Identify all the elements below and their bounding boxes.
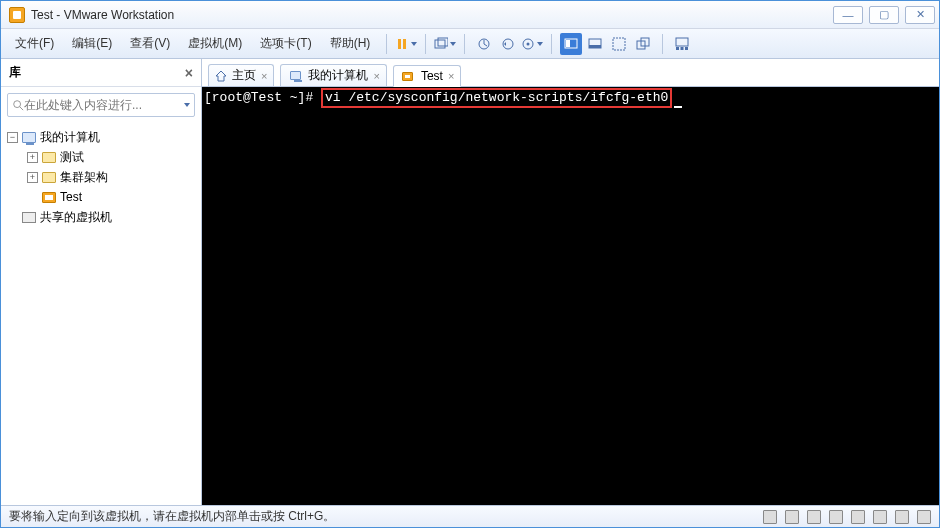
expand-icon[interactable]: + bbox=[27, 172, 38, 183]
tab-close-icon[interactable]: × bbox=[373, 70, 379, 82]
menu-vm[interactable]: 虚拟机(M) bbox=[180, 32, 250, 55]
tree-label: 共享的虚拟机 bbox=[40, 209, 112, 226]
home-icon bbox=[215, 70, 227, 82]
menubar: 文件(F) 编辑(E) 查看(V) 虚拟机(M) 选项卡(T) 帮助(H) bbox=[1, 29, 939, 59]
tool-view-single[interactable] bbox=[584, 33, 606, 55]
vm-icon bbox=[42, 192, 56, 203]
status-display-icon[interactable] bbox=[917, 510, 931, 524]
svg-rect-16 bbox=[676, 47, 679, 50]
menu-tabs[interactable]: 选项卡(T) bbox=[252, 32, 319, 55]
tree-label: 集群架构 bbox=[60, 169, 108, 186]
terminal-command: vi /etc/sysconfig/network-scripts/ifcfg-… bbox=[325, 90, 668, 105]
maximize-button[interactable]: ▢ bbox=[869, 6, 899, 24]
tree-shared-vms[interactable]: 共享的虚拟机 bbox=[3, 207, 199, 227]
sidebar: 库 × − 我的计算机 + 测试 + 集群架构 bbox=[1, 59, 202, 505]
menu-help[interactable]: 帮助(H) bbox=[322, 32, 379, 55]
tab-mycomputer[interactable]: 我的计算机 × bbox=[280, 64, 386, 86]
status-usb-icon[interactable] bbox=[851, 510, 865, 524]
svg-rect-17 bbox=[681, 47, 684, 50]
search-box[interactable] bbox=[7, 93, 195, 117]
status-disk-icon[interactable] bbox=[763, 510, 777, 524]
shared-icon bbox=[22, 212, 36, 223]
computer-icon bbox=[22, 132, 36, 143]
sidebar-header: 库 × bbox=[1, 59, 201, 87]
tab-close-icon[interactable]: × bbox=[448, 70, 454, 82]
svg-point-7 bbox=[527, 42, 530, 45]
status-network-icon[interactable] bbox=[829, 510, 843, 524]
content-area: 主页 × 我的计算机 × Test × [root@Test ~]# vi /e… bbox=[202, 59, 939, 505]
computer-icon bbox=[290, 71, 301, 80]
folder-icon bbox=[42, 152, 56, 163]
tool-revert[interactable] bbox=[497, 33, 519, 55]
minimize-button[interactable]: — bbox=[833, 6, 863, 24]
svg-rect-15 bbox=[676, 38, 688, 46]
tree-mycomputer[interactable]: − 我的计算机 bbox=[3, 127, 199, 147]
tab-label: Test bbox=[421, 69, 443, 83]
status-text: 要将输入定向到该虚拟机，请在虚拟机内部单击或按 Ctrl+G。 bbox=[9, 508, 335, 525]
titlebar: Test - VMware Workstation — ▢ ✕ bbox=[1, 1, 939, 29]
separator bbox=[425, 34, 426, 54]
command-highlight: vi /etc/sysconfig/network-scripts/ifcfg-… bbox=[321, 88, 672, 108]
sidebar-title: 库 bbox=[9, 64, 185, 81]
menu-view[interactable]: 查看(V) bbox=[122, 32, 178, 55]
status-floppy-icon[interactable] bbox=[807, 510, 821, 524]
separator bbox=[464, 34, 465, 54]
status-sound-icon[interactable] bbox=[873, 510, 887, 524]
expand-icon[interactable]: − bbox=[7, 132, 18, 143]
menu-edit[interactable]: 编辑(E) bbox=[64, 32, 120, 55]
tab-close-icon[interactable]: × bbox=[261, 70, 267, 82]
svg-point-19 bbox=[14, 101, 21, 108]
close-button[interactable]: ✕ bbox=[905, 6, 935, 24]
tool-send-keys[interactable] bbox=[434, 33, 456, 55]
status-printer-icon[interactable] bbox=[895, 510, 909, 524]
tool-fullscreen[interactable] bbox=[608, 33, 630, 55]
svg-line-20 bbox=[20, 107, 23, 110]
pause-button[interactable] bbox=[395, 33, 417, 55]
separator bbox=[551, 34, 552, 54]
vm-icon bbox=[402, 72, 413, 81]
tab-home[interactable]: 主页 × bbox=[208, 64, 274, 86]
menu-file[interactable]: 文件(F) bbox=[7, 32, 62, 55]
tree-folder-cluster[interactable]: + 集群架构 bbox=[3, 167, 199, 187]
library-tree: − 我的计算机 + 测试 + 集群架构 Test bbox=[1, 123, 201, 505]
tree-label: Test bbox=[60, 190, 82, 204]
sidebar-close-button[interactable]: × bbox=[185, 65, 193, 81]
tool-unity[interactable] bbox=[632, 33, 654, 55]
tool-thumbnails[interactable] bbox=[671, 33, 693, 55]
separator bbox=[386, 34, 387, 54]
search-dropdown-icon[interactable] bbox=[184, 103, 190, 107]
tool-view-console[interactable] bbox=[560, 33, 582, 55]
svg-rect-0 bbox=[398, 39, 401, 49]
tab-test[interactable]: Test × bbox=[393, 65, 461, 87]
svg-rect-1 bbox=[403, 39, 406, 49]
svg-rect-12 bbox=[613, 38, 625, 50]
app-icon bbox=[9, 7, 25, 23]
svg-rect-3 bbox=[438, 38, 448, 46]
tool-snapshot[interactable] bbox=[473, 33, 495, 55]
search-icon bbox=[12, 99, 24, 111]
tree-folder-test[interactable]: + 测试 bbox=[3, 147, 199, 167]
window-title: Test - VMware Workstation bbox=[31, 8, 833, 22]
cursor-icon bbox=[674, 106, 682, 108]
tab-label: 我的计算机 bbox=[308, 67, 368, 84]
tabs-row: 主页 × 我的计算机 × Test × bbox=[202, 59, 939, 87]
terminal[interactable]: [root@Test ~]# vi /etc/sysconfig/network… bbox=[202, 87, 939, 505]
search-input[interactable] bbox=[24, 98, 182, 112]
svg-rect-2 bbox=[435, 40, 445, 48]
tab-label: 主页 bbox=[232, 67, 256, 84]
folder-icon bbox=[42, 172, 56, 183]
svg-rect-9 bbox=[566, 40, 570, 47]
expand-icon[interactable]: + bbox=[27, 152, 38, 163]
svg-rect-18 bbox=[685, 47, 688, 50]
separator bbox=[662, 34, 663, 54]
tree-label: 测试 bbox=[60, 149, 84, 166]
tool-snapshot-manager[interactable] bbox=[521, 33, 543, 55]
tree-label: 我的计算机 bbox=[40, 129, 100, 146]
terminal-prompt: [root@Test ~]# bbox=[204, 90, 321, 105]
svg-rect-11 bbox=[589, 45, 601, 48]
statusbar: 要将输入定向到该虚拟机，请在虚拟机内部单击或按 Ctrl+G。 bbox=[1, 505, 939, 527]
tree-vm-test[interactable]: Test bbox=[3, 187, 199, 207]
status-cd-icon[interactable] bbox=[785, 510, 799, 524]
